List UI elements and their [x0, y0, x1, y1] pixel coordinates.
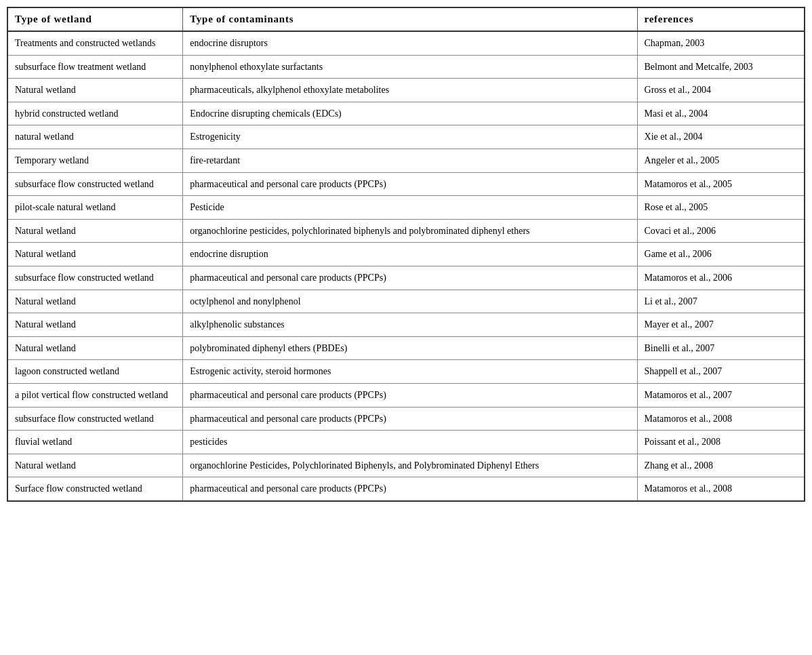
cell-wetland: Natural wetland: [7, 219, 183, 243]
table-row: natural wetlandEstrogenicityXie et al., …: [7, 125, 805, 149]
cell-reference: Poissant et al., 2008: [637, 431, 805, 454]
cell-wetland: hybrid constructed wetland: [7, 102, 183, 125]
cell-reference: Matamoros et al., 2008: [637, 477, 805, 501]
table-row: subsurface flow constructed wetlandpharm…: [7, 266, 805, 290]
cell-contaminants: pharmaceutical and personal care product…: [183, 266, 637, 290]
header-references: references: [637, 7, 805, 31]
header-contaminants: Type of contaminants: [183, 7, 637, 31]
table-row: a pilot vertical flow constructed wetlan…: [7, 383, 805, 407]
cell-reference: Li et al., 2007: [637, 290, 805, 313]
cell-wetland: fluvial wetland: [7, 431, 183, 454]
cell-wetland: Surface flow constructed wetland: [7, 477, 183, 501]
cell-reference: Zhang et al., 2008: [637, 454, 805, 477]
cell-contaminants: pharmaceutical and personal care product…: [183, 172, 637, 196]
cell-reference: Matamoros et al., 2007: [637, 383, 805, 407]
cell-contaminants: Estrogenic activity, steroid hormones: [183, 360, 637, 384]
cell-contaminants: endocrine disruptors: [183, 31, 637, 55]
cell-wetland: Natural wetland: [7, 336, 183, 360]
table-row: hybrid constructed wetlandEndocrine disr…: [7, 102, 805, 125]
table-row: fluvial wetlandpesticidesPoissant et al.…: [7, 431, 805, 454]
table-row: subsurface flow constructed wetlandpharm…: [7, 407, 805, 431]
table-row: subsurface flow treatment wetlandnonylph…: [7, 55, 805, 79]
cell-reference: Matamoros et al., 2008: [637, 407, 805, 431]
table-row: Treatments and constructed wetlandsendoc…: [7, 31, 805, 55]
cell-contaminants: nonylphenol ethoxylate surfactants: [183, 55, 637, 79]
cell-wetland: a pilot vertical flow constructed wetlan…: [7, 383, 183, 407]
cell-wetland: natural wetland: [7, 125, 183, 149]
cell-contaminants: endocrine disruption: [183, 243, 637, 266]
cell-contaminants: Pesticide: [183, 196, 637, 220]
cell-contaminants: pesticides: [183, 431, 637, 454]
cell-contaminants: organochlorine Pesticides, Polychlorinat…: [183, 454, 637, 477]
cell-reference: Mayer et al., 2007: [637, 313, 805, 337]
table-row: pilot-scale natural wetlandPesticideRose…: [7, 196, 805, 220]
table-row: Natural wetlandalkylphenolic substancesM…: [7, 313, 805, 337]
header-wetland: Type of wetland: [7, 7, 183, 31]
cell-contaminants: octylphenol and nonylphenol: [183, 290, 637, 313]
table-row: Natural wetlandoctylphenol and nonylphen…: [7, 290, 805, 313]
cell-reference: Angeler et al., 2005: [637, 148, 805, 172]
cell-contaminants: pharmaceutical and personal care product…: [183, 477, 637, 501]
cell-contaminants: pharmaceutical and personal care product…: [183, 383, 637, 407]
cell-wetland: Natural wetland: [7, 243, 183, 266]
cell-wetland: Natural wetland: [7, 290, 183, 313]
cell-reference: Chapman, 2003: [637, 31, 805, 55]
cell-wetland: subsurface flow constructed wetland: [7, 172, 183, 196]
cell-contaminants: Estrogenicity: [183, 125, 637, 149]
cell-wetland: Natural wetland: [7, 79, 183, 102]
cell-wetland: pilot-scale natural wetland: [7, 196, 183, 220]
cell-contaminants: organochlorine pesticides, polychlorinat…: [183, 219, 637, 243]
cell-wetland: Natural wetland: [7, 454, 183, 477]
cell-contaminants: fire-retardant: [183, 148, 637, 172]
cell-reference: Game et al., 2006: [637, 243, 805, 266]
table-row: lagoon constructed wetlandEstrogenic act…: [7, 360, 805, 384]
cell-wetland: subsurface flow constructed wetland: [7, 407, 183, 431]
cell-reference: Gross et al., 2004: [637, 79, 805, 102]
table-row: Natural wetlandorganochlorine Pesticides…: [7, 454, 805, 477]
cell-wetland: subsurface flow constructed wetland: [7, 266, 183, 290]
cell-reference: Covaci et al., 2006: [637, 219, 805, 243]
table-row: Natural wetlandorganochlorine pesticides…: [7, 219, 805, 243]
cell-reference: Shappell et al., 2007: [637, 360, 805, 384]
table-row: subsurface flow constructed wetlandpharm…: [7, 172, 805, 196]
cell-reference: Xie et al., 2004: [637, 125, 805, 149]
table-row: Natural wetlandpharmaceuticals, alkylphe…: [7, 79, 805, 102]
cell-wetland: Natural wetland: [7, 313, 183, 337]
table-header-row: Type of wetland Type of contaminants ref…: [7, 7, 805, 31]
table-row: Natural wetlandendocrine disruptionGame …: [7, 243, 805, 266]
cell-wetland: lagoon constructed wetland: [7, 360, 183, 384]
cell-reference: Matamoros et al., 2005: [637, 172, 805, 196]
cell-reference: Belmont and Metcalfe, 2003: [637, 55, 805, 79]
cell-wetland: subsurface flow treatment wetland: [7, 55, 183, 79]
cell-reference: Binelli et al., 2007: [637, 336, 805, 360]
table-row: Surface flow constructed wetlandpharmace…: [7, 477, 805, 501]
cell-contaminants: alkylphenolic substances: [183, 313, 637, 337]
cell-wetland: Temporary wetland: [7, 148, 183, 172]
cell-reference: Rose et al., 2005: [637, 196, 805, 220]
wetland-table: Type of wetland Type of contaminants ref…: [7, 7, 805, 502]
cell-contaminants: Endocrine disrupting chemicals (EDCs): [183, 102, 637, 125]
cell-contaminants: pharmaceuticals, alkylphenol ethoxylate …: [183, 79, 637, 102]
table-row: Natural wetlandpolybrominated diphenyl e…: [7, 336, 805, 360]
cell-reference: Masi et al., 2004: [637, 102, 805, 125]
table-row: Temporary wetlandfire-retardantAngeler e…: [7, 148, 805, 172]
cell-contaminants: polybrominated diphenyl ethers (PBDEs): [183, 336, 637, 360]
cell-contaminants: pharmaceutical and personal care product…: [183, 407, 637, 431]
cell-reference: Matamoros et al., 2006: [637, 266, 805, 290]
cell-wetland: Treatments and constructed wetlands: [7, 31, 183, 55]
